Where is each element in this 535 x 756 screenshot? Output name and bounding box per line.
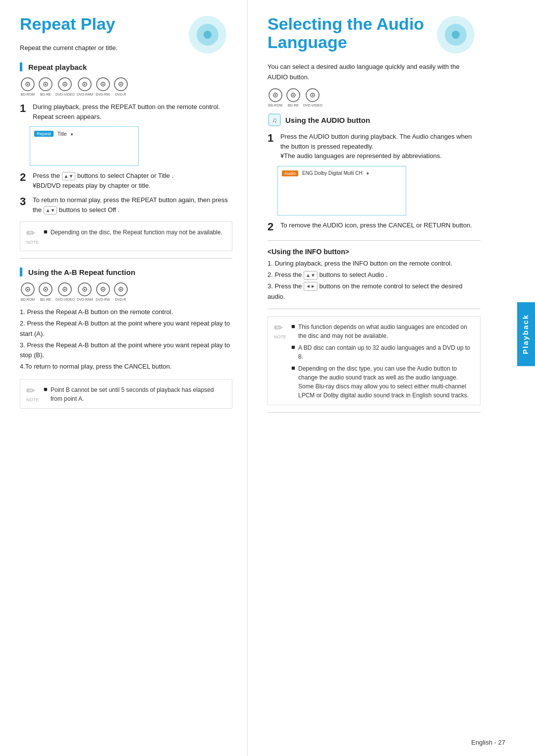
right-intro: You can select a desired audio language … xyxy=(268,62,481,83)
step-2: 2 Press the ▲▼ buttons to select Chapter… xyxy=(20,171,232,190)
ab-list: 1. Press the Repeat A-B button on the re… xyxy=(20,307,232,372)
disc-bd-rom: BD-ROM xyxy=(20,76,36,96)
disc-r-bd-re: BD-RE xyxy=(285,87,301,107)
divider-1 xyxy=(20,258,232,259)
svg-point-35 xyxy=(102,289,104,290)
left-header: Repeat Play xyxy=(20,15,232,33)
step-1: 1 During playback, press the REPEAT butt… xyxy=(20,102,232,121)
disc2-dvd-video: DVD-VIDEO xyxy=(55,281,75,301)
repeat-screen-mockup: Repeat Title ♦ xyxy=(30,126,139,166)
list-item: 3. Press the Repeat A-B button at the po… xyxy=(20,340,232,361)
disc2-dvd-r: DVD-R xyxy=(113,281,129,301)
note-pen-icon-2: ✏ xyxy=(26,384,35,397)
audio-subsection-title: Using the AUDIO button xyxy=(285,116,370,124)
disc-dvd-r: DVD-R xyxy=(113,76,129,96)
audio-screen-mockup: Audio ENG Dolby Digital Multi CH ♦ xyxy=(277,166,406,216)
main-content: Repeat Play Repeat the current chapter o… xyxy=(0,0,535,756)
playback-side-tab: Playback xyxy=(517,302,535,366)
left-header-graphic xyxy=(188,15,227,54)
blue-bar-1 xyxy=(20,62,22,71)
disc2-dvd-ram: DVD-RAM xyxy=(77,281,93,301)
note-pen-icon-right: ✏ xyxy=(274,322,283,334)
info-list: 1. During playback, press the INFO butto… xyxy=(268,259,481,302)
note-pen-icon: ✏ xyxy=(26,227,35,239)
disc-r-bd-rom: BD-ROM xyxy=(268,87,283,107)
audio-icon: ♫ xyxy=(268,113,281,127)
svg-point-11 xyxy=(64,84,66,85)
svg-point-41 xyxy=(452,31,460,39)
left-column: Repeat Play Repeat the current chapter o… xyxy=(0,0,248,756)
list-item: 1. Press the Repeat A-B button on the re… xyxy=(20,307,232,318)
svg-point-14 xyxy=(84,84,86,85)
svg-point-26 xyxy=(45,289,47,290)
list-item: 3. Press the ◄► buttons on the remote co… xyxy=(268,281,481,302)
right-column: Selecting the Audio Language You can sel… xyxy=(248,0,495,756)
page: Repeat Play Repeat the current chapter o… xyxy=(0,0,535,756)
svg-point-29 xyxy=(64,289,66,290)
svg-point-17 xyxy=(102,84,104,85)
disc2-bd-re: BD-RE xyxy=(38,281,54,301)
disc-badges-1: BD-ROM BD-RE DVD-VIDEO DVD-RAM DVD-RW xyxy=(20,76,232,96)
disc-badges-2: BD-ROM BD-RE DVD-VIDEO DVD-RAM DVD-RW xyxy=(20,281,232,301)
svg-point-5 xyxy=(27,84,29,85)
disc-dvd-ram: DVD-RAM xyxy=(77,76,93,96)
note-box-right: ✏ NOTE ■ This function depends on what a… xyxy=(268,316,481,405)
step-3: 3 To return to normal play, press the RE… xyxy=(20,195,232,215)
svg-text:♫: ♫ xyxy=(272,116,277,124)
svg-point-38 xyxy=(120,289,121,290)
note-box-2: ✏ NOTE ■ Point B cannot be set until 5 s… xyxy=(20,379,232,409)
audio-subsection-header: ♫ Using the AUDIO button xyxy=(268,113,481,127)
disc-r-dvd-video: DVD-VIDEO xyxy=(303,87,322,107)
svg-point-44 xyxy=(275,95,276,96)
divider-right-3 xyxy=(268,412,481,413)
info-section-title: <Using the INFO button> xyxy=(268,248,481,256)
page-footer: English - 27 xyxy=(471,739,505,746)
svg-point-2 xyxy=(204,31,212,39)
right-header: Selecting the Audio Language xyxy=(268,15,481,52)
right-header-graphic xyxy=(436,15,476,54)
svg-point-47 xyxy=(293,95,294,96)
svg-point-8 xyxy=(45,84,47,85)
list-item: 2. Press the ▲▼ buttons to select Audio … xyxy=(268,270,481,280)
note-box-1: ✏ NOTE ■ Depending on the disc, the Repe… xyxy=(20,221,232,251)
disc-dvd-video: DVD-VIDEO xyxy=(55,76,75,96)
disc-badges-right: BD-ROM BD-RE DVD-VIDEO xyxy=(268,87,481,107)
subsection2-title: Using the A-B Repeat function xyxy=(20,268,232,276)
list-item: 1. During playback, press the INFO butto… xyxy=(268,259,481,269)
divider-right-2 xyxy=(268,309,481,309)
disc-dvd-rw: DVD-RW xyxy=(95,76,111,96)
disc2-bd-rom: BD-ROM xyxy=(20,281,36,301)
list-item: 4.To return to normal play, press the CA… xyxy=(20,362,232,372)
subsection1-title: Repeat playback xyxy=(20,62,232,71)
svg-point-32 xyxy=(84,289,86,290)
svg-point-23 xyxy=(27,289,29,290)
disc2-dvd-rw: DVD-RW xyxy=(95,281,111,301)
list-item: 2. Press the Repeat A-B button at the po… xyxy=(20,319,232,339)
right-step-1: 1 Press the AUDIO button during playback… xyxy=(268,132,481,161)
divider-right-1 xyxy=(268,240,481,241)
svg-point-50 xyxy=(312,95,314,96)
right-step-2: 2 To remove the AUDIO icon, press the CA… xyxy=(268,220,481,233)
disc-bd-re: BD-RE xyxy=(38,76,54,96)
svg-point-20 xyxy=(120,84,121,85)
blue-bar-2 xyxy=(20,268,22,276)
